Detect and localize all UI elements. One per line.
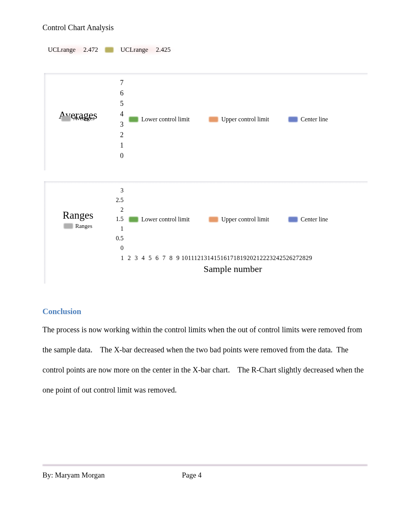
- y-tick: 0: [120, 151, 124, 161]
- y-axis: 3 2.5 2 1.5 1 0.5 0: [110, 186, 124, 253]
- series-label: Averages: [73, 115, 95, 122]
- series-swatch-icon: [64, 223, 73, 229]
- y-tick: 6: [120, 88, 124, 99]
- chart-title: Ranges: [51, 209, 105, 221]
- y-tick: 1.5: [116, 214, 124, 224]
- ucl-range-label: UCLrange: [48, 46, 76, 54]
- y-tick: 3: [120, 186, 124, 195]
- legend-item-ucl: Upper control limit: [209, 116, 269, 123]
- ucl-swatch-icon: [209, 217, 218, 222]
- legend-label: Upper control limit: [221, 216, 269, 223]
- y-tick: 2: [120, 205, 124, 215]
- ucl-range-value: 2.425: [156, 46, 171, 54]
- chart-side-legend: Ranges: [51, 223, 105, 229]
- lcl-swatch-icon: [129, 217, 138, 222]
- chart-legend: Lower control limit Upper control limit …: [129, 116, 328, 123]
- lcl-swatch-icon: [129, 117, 138, 122]
- chart-side: Averages Averages: [51, 109, 105, 129]
- y-tick: 0: [120, 243, 124, 253]
- footer-divider: [42, 464, 368, 466]
- y-tick: 1: [120, 140, 124, 151]
- y-tick: 0.5: [116, 234, 124, 243]
- chart-side: Ranges Ranges: [51, 209, 105, 229]
- chart-ranges: Ranges Ranges 3 2.5 2 1.5 1 0.5 0 Lower …: [42, 180, 368, 284]
- y-tick: 7: [120, 78, 124, 88]
- legend-item-ucl: Upper control limit: [209, 216, 269, 223]
- x-axis-label: Sample number: [105, 264, 361, 274]
- x-axis-ticks: 1234567891011121314151617181920212223242…: [119, 255, 361, 262]
- y-tick: 1: [120, 224, 124, 234]
- y-tick: 2.5: [116, 195, 124, 205]
- legend-item-lcl: Lower control limit: [129, 116, 190, 123]
- legend-label: Center line: [301, 116, 328, 123]
- chart-plot-area: Lower control limit Upper control limit …: [129, 87, 361, 152]
- legend-label: Center line: [301, 216, 328, 223]
- centerline-swatch-icon: [288, 117, 298, 122]
- ucl-swatch-icon: [209, 117, 218, 122]
- y-tick: 2: [120, 130, 124, 140]
- chart-averages: Averages Averages 7 6 5 4 3 2 1 0 Lower …: [42, 71, 368, 170]
- ucl-range-cell-2: UCLrange 2.425: [115, 44, 176, 56]
- legend-label: Lower control limit: [141, 216, 190, 223]
- page-footer: By: Maryam Morgan Page 4: [42, 471, 368, 479]
- conclusion-body: The process is now working within the co…: [42, 320, 368, 400]
- chart-plot-area: Lower control limit Upper control limit …: [129, 187, 361, 252]
- footer-author: By: Maryam Morgan: [42, 471, 105, 479]
- legend-item-centerline: Center line: [288, 216, 328, 223]
- series-label: Ranges: [75, 223, 92, 229]
- legend-item-lcl: Lower control limit: [129, 216, 190, 223]
- y-tick: 5: [120, 99, 124, 109]
- ucl-swatch-icon: [105, 47, 114, 53]
- ucl-range-cell-1: UCLrange 2.472: [42, 44, 103, 56]
- chart-legend: Lower control limit Upper control limit …: [129, 216, 328, 223]
- y-tick: 3: [120, 119, 124, 130]
- ucl-range-row: UCLrange 2.472 UCLrange 2.425: [42, 44, 368, 56]
- ucl-range-value: 2.472: [83, 46, 98, 54]
- conclusion-heading: Conclusion: [42, 307, 368, 316]
- footer-page-number: Page 4: [182, 471, 202, 479]
- legend-label: Lower control limit: [141, 116, 190, 123]
- chart-side-legend: Averages: [51, 115, 105, 122]
- y-tick: 4: [120, 109, 124, 119]
- legend-label: Upper control limit: [221, 116, 269, 123]
- centerline-swatch-icon: [288, 217, 298, 222]
- page-title: Control Chart Analysis: [42, 23, 368, 32]
- series-swatch-icon: [61, 116, 71, 121]
- y-axis: 7 6 5 4 3 2 1 0: [110, 78, 124, 161]
- ucl-range-label: UCLrange: [120, 46, 148, 54]
- legend-item-centerline: Center line: [288, 116, 328, 123]
